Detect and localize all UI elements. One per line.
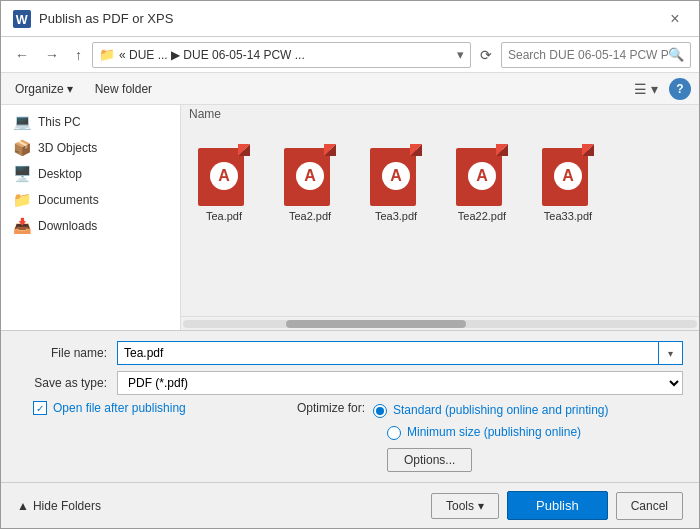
options-button[interactable]: Options... [387, 448, 472, 472]
savetype-label: Save as type: [17, 376, 117, 390]
horizontal-scrollbar[interactable] [181, 316, 699, 330]
hide-folders-button[interactable]: ▲ Hide Folders [17, 499, 101, 513]
checkbox-check-icon: ✓ [36, 403, 44, 414]
new-folder-button[interactable]: New folder [87, 79, 160, 99]
radio-standard-option[interactable]: Standard (publishing online and printing… [373, 403, 608, 418]
pdf-a-symbol: A [554, 162, 582, 190]
radio-minimum-option[interactable]: Minimum size (publishing online) [387, 425, 683, 440]
search-input[interactable] [508, 48, 668, 62]
pdf-a-symbol: A [468, 162, 496, 190]
nav-item-desktop[interactable]: 🖥️ Desktop [1, 161, 180, 187]
file-item-tea2[interactable]: A Tea2.pdf [275, 140, 345, 226]
file-area-wrapper: Name A Tea.pdf [181, 105, 699, 330]
filename-row: File name: ▾ [17, 341, 683, 365]
file-name-tea33: Tea33.pdf [544, 210, 592, 222]
organize-arrow-icon: ▾ [67, 82, 73, 96]
pdf-icon-tea33: A [542, 144, 594, 206]
help-button[interactable]: ? [669, 78, 691, 100]
dialog-title: Publish as PDF or XPS [39, 11, 173, 26]
options-left: ✓ Open file after publishing [17, 401, 287, 415]
toolbar2-right: ☰ ▾ ? [629, 78, 691, 100]
open-after-label: Open file after publishing [53, 401, 186, 415]
options-row: ✓ Open file after publishing Optimize fo… [17, 401, 683, 472]
view-arrow-icon: ▾ [651, 81, 658, 97]
main-content: 💻 This PC 📦 3D Objects 🖥️ Desktop 📁 Docu… [1, 105, 699, 330]
navigation-pane: 💻 This PC 📦 3D Objects 🖥️ Desktop 📁 Docu… [1, 105, 181, 330]
bottom-right-buttons: Tools ▾ Publish Cancel [431, 491, 683, 520]
tools-button[interactable]: Tools ▾ [431, 493, 499, 519]
savetype-select[interactable]: PDF (*.pdf) [117, 371, 683, 395]
tools-label: Tools [446, 499, 474, 513]
file-item-tea[interactable]: A Tea.pdf [189, 140, 259, 226]
organize-button[interactable]: Organize ▾ [9, 79, 79, 99]
hide-folders-icon: ▲ [17, 499, 29, 513]
organize-toolbar: Organize ▾ New folder ☰ ▾ ? [1, 73, 699, 105]
nav-item-this-pc[interactable]: 💻 This PC [1, 109, 180, 135]
files-grid: A Tea.pdf A Tea2.pdf [181, 132, 699, 234]
radio-minimum[interactable] [387, 426, 401, 440]
filename-label: File name: [17, 346, 117, 360]
name-column-header[interactable]: Name [189, 107, 221, 121]
svg-text:W: W [16, 12, 28, 26]
close-button[interactable]: × [663, 7, 687, 31]
word-icon: W [13, 10, 31, 28]
path-dropdown-button[interactable]: ▾ [457, 47, 464, 62]
up-button[interactable]: ↑ [69, 43, 88, 67]
nav-label-downloads: Downloads [38, 219, 97, 233]
pdf-a-symbol: A [296, 162, 324, 190]
pdf-fold [324, 144, 336, 156]
scroll-thumb [286, 320, 466, 328]
nav-label-desktop: Desktop [38, 167, 82, 181]
search-icon: 🔍 [668, 47, 684, 62]
navigation-toolbar: ← → ↑ 📁 « DUE ... ▶ DUE 06-05-14 PCW ...… [1, 37, 699, 73]
path-text: « DUE ... ▶ DUE 06-05-14 PCW ... [119, 48, 453, 62]
radio-dot-standard [376, 407, 384, 415]
title-bar-left: W Publish as PDF or XPS [13, 10, 173, 28]
optimize-for-label: Optimize for: [297, 401, 365, 415]
pdf-a-symbol: A [382, 162, 410, 190]
file-name-tea22: Tea22.pdf [458, 210, 506, 222]
back-button[interactable]: ← [9, 43, 35, 67]
search-bar: 🔍 [501, 42, 691, 68]
pdf-icon-tea3: A [370, 144, 422, 206]
forward-button[interactable]: → [39, 43, 65, 67]
pdf-fold [496, 144, 508, 156]
file-item-tea33[interactable]: A Tea33.pdf [533, 140, 603, 226]
view-button[interactable]: ☰ ▾ [629, 79, 663, 99]
downloads-icon: 📥 [13, 217, 32, 235]
path-bar[interactable]: 📁 « DUE ... ▶ DUE 06-05-14 PCW ... ▾ [92, 42, 471, 68]
file-scroll-area[interactable]: Name A Tea.pdf [181, 105, 699, 316]
file-name-tea2: Tea2.pdf [289, 210, 331, 222]
radio-standard-label: Standard (publishing online and printing… [393, 403, 608, 417]
publish-dialog: W Publish as PDF or XPS × ← → ↑ 📁 « DUE … [0, 0, 700, 529]
pdf-icon-tea: A [198, 144, 250, 206]
cancel-button[interactable]: Cancel [616, 492, 683, 520]
refresh-button[interactable]: ⟳ [475, 44, 497, 66]
file-item-tea22[interactable]: A Tea22.pdf [447, 140, 517, 226]
file-item-tea3[interactable]: A Tea3.pdf [361, 140, 431, 226]
nav-label-this-pc: This PC [38, 115, 81, 129]
filename-dropdown-button[interactable]: ▾ [659, 341, 683, 365]
scroll-track [183, 320, 697, 328]
radio-standard[interactable] [373, 404, 387, 418]
pdf-icon-tea22: A [456, 144, 508, 206]
nav-label-3d-objects: 3D Objects [38, 141, 97, 155]
open-after-checkbox[interactable]: ✓ [33, 401, 47, 415]
pdf-fold [582, 144, 594, 156]
nav-item-documents[interactable]: 📁 Documents [1, 187, 180, 213]
nav-item-3d-objects[interactable]: 📦 3D Objects [1, 135, 180, 161]
filename-input[interactable] [117, 341, 659, 365]
open-after-checkbox-container[interactable]: ✓ Open file after publishing [33, 401, 186, 415]
pdf-icon-tea2: A [284, 144, 336, 206]
this-pc-icon: 💻 [13, 113, 32, 131]
pdf-a-symbol: A [210, 162, 238, 190]
pdf-fold [410, 144, 422, 156]
toolbar2-left: Organize ▾ New folder [9, 79, 160, 99]
nav-item-downloads[interactable]: 📥 Downloads [1, 213, 180, 239]
savetype-row: Save as type: PDF (*.pdf) [17, 371, 683, 395]
publish-button[interactable]: Publish [507, 491, 608, 520]
path-folder-icon: 📁 [99, 47, 115, 62]
options-right: Optimize for: Standard (publishing onlin… [287, 401, 683, 472]
tools-arrow-icon: ▾ [478, 499, 484, 513]
form-area: File name: ▾ Save as type: PDF (*.pdf) ✓… [1, 330, 699, 482]
